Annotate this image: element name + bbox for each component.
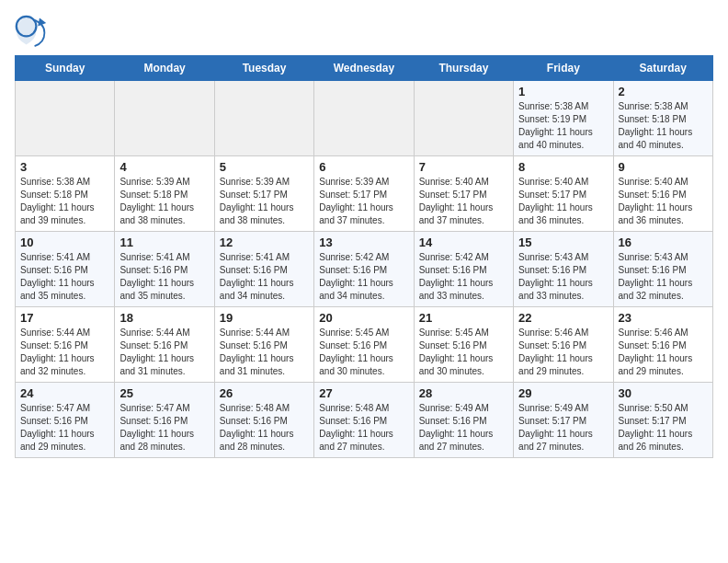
calendar-cell [314,81,414,156]
logo [15,15,53,48]
day-number: 12 [220,236,309,249]
day-number: 5 [220,160,309,174]
day-info: Sunrise: 5:44 AMSunset: 5:16 PMDaylight:… [119,327,209,378]
calendar-cell: 30Sunrise: 5:50 AMSunset: 5:17 PMDayligh… [613,383,712,458]
week-row-1: 3Sunrise: 5:38 AMSunset: 5:18 PMDaylight… [16,156,713,232]
week-row-0: 1Sunrise: 5:38 AMSunset: 5:19 PMDaylight… [16,81,713,156]
calendar-cell: 24Sunrise: 5:47 AMSunset: 5:16 PMDayligh… [16,383,115,458]
day-info: Sunrise: 5:38 AMSunset: 5:19 PMDaylight:… [518,100,608,152]
day-info: Sunrise: 5:47 AMSunset: 5:16 PMDaylight:… [119,402,209,454]
calendar-cell: 25Sunrise: 5:47 AMSunset: 5:16 PMDayligh… [115,383,214,458]
day-number: 16 [619,236,708,249]
calendar-cell: 13Sunrise: 5:42 AMSunset: 5:16 PMDayligh… [314,232,414,307]
calendar-cell [214,81,313,156]
calendar-cell: 26Sunrise: 5:48 AMSunset: 5:16 PMDayligh… [214,383,313,458]
calendar-table: SundayMondayTuesdayWednesdayThursdayFrid… [15,55,713,458]
day-number: 29 [518,386,608,400]
day-info: Sunrise: 5:41 AMSunset: 5:16 PMDaylight:… [220,251,309,303]
day-number: 1 [518,85,608,98]
day-info: Sunrise: 5:48 AMSunset: 5:16 PMDaylight:… [220,402,309,454]
day-info: Sunrise: 5:44 AMSunset: 5:16 PMDaylight:… [220,327,309,378]
day-number: 18 [119,311,209,325]
day-info: Sunrise: 5:44 AMSunset: 5:16 PMDaylight:… [20,327,109,378]
day-info: Sunrise: 5:39 AMSunset: 5:17 PMDaylight:… [220,176,309,227]
day-number: 23 [619,311,708,325]
day-info: Sunrise: 5:42 AMSunset: 5:16 PMDaylight:… [419,251,508,303]
day-number: 20 [319,311,408,325]
calendar-cell [115,81,214,156]
calendar-cell: 21Sunrise: 5:45 AMSunset: 5:16 PMDayligh… [414,307,513,383]
week-row-2: 10Sunrise: 5:41 AMSunset: 5:16 PMDayligh… [16,232,713,307]
day-info: Sunrise: 5:41 AMSunset: 5:16 PMDaylight:… [20,251,109,303]
calendar-cell: 14Sunrise: 5:42 AMSunset: 5:16 PMDayligh… [414,232,513,307]
day-number: 9 [619,160,708,174]
week-row-4: 24Sunrise: 5:47 AMSunset: 5:16 PMDayligh… [16,383,713,458]
day-number: 25 [119,386,209,400]
day-number: 11 [119,236,209,249]
day-number: 2 [619,85,708,98]
day-number: 13 [319,236,408,249]
day-number: 28 [419,386,508,400]
day-info: Sunrise: 5:40 AMSunset: 5:17 PMDaylight:… [518,176,608,227]
calendar-cell: 2Sunrise: 5:38 AMSunset: 5:18 PMDaylight… [613,81,712,156]
day-info: Sunrise: 5:38 AMSunset: 5:18 PMDaylight:… [619,100,708,152]
calendar-cell: 11Sunrise: 5:41 AMSunset: 5:16 PMDayligh… [115,232,214,307]
calendar-cell: 3Sunrise: 5:38 AMSunset: 5:18 PMDaylight… [16,156,115,232]
day-number: 22 [518,311,608,325]
day-number: 24 [20,386,109,400]
day-number: 4 [119,160,209,174]
day-info: Sunrise: 5:42 AMSunset: 5:16 PMDaylight:… [319,251,408,303]
day-number: 30 [619,386,708,400]
calendar-cell: 27Sunrise: 5:48 AMSunset: 5:16 PMDayligh… [314,383,414,458]
calendar-cell: 23Sunrise: 5:46 AMSunset: 5:16 PMDayligh… [613,307,712,383]
week-row-3: 17Sunrise: 5:44 AMSunset: 5:16 PMDayligh… [16,307,713,383]
day-info: Sunrise: 5:39 AMSunset: 5:17 PMDaylight:… [319,176,408,227]
day-info: Sunrise: 5:45 AMSunset: 5:16 PMDaylight:… [319,327,408,378]
day-info: Sunrise: 5:48 AMSunset: 5:16 PMDaylight:… [319,402,408,454]
calendar-cell: 5Sunrise: 5:39 AMSunset: 5:17 PMDaylight… [214,156,313,232]
col-header-sunday: Sunday [16,56,115,81]
day-number: 27 [319,386,408,400]
calendar-cell: 8Sunrise: 5:40 AMSunset: 5:17 PMDaylight… [514,156,613,232]
day-info: Sunrise: 5:43 AMSunset: 5:16 PMDaylight:… [518,251,608,303]
day-info: Sunrise: 5:49 AMSunset: 5:17 PMDaylight:… [518,402,608,454]
day-number: 10 [20,236,109,249]
col-header-wednesday: Wednesday [314,56,414,81]
col-header-monday: Monday [115,56,214,81]
day-info: Sunrise: 5:47 AMSunset: 5:16 PMDaylight:… [20,402,109,454]
day-number: 7 [419,160,508,174]
day-info: Sunrise: 5:43 AMSunset: 5:16 PMDaylight:… [619,251,708,303]
calendar-cell: 20Sunrise: 5:45 AMSunset: 5:16 PMDayligh… [314,307,414,383]
col-header-saturday: Saturday [613,56,712,81]
day-info: Sunrise: 5:46 AMSunset: 5:16 PMDaylight:… [619,327,708,378]
calendar-cell: 6Sunrise: 5:39 AMSunset: 5:17 PMDaylight… [314,156,414,232]
day-number: 19 [220,311,309,325]
day-number: 8 [518,160,608,174]
day-info: Sunrise: 5:41 AMSunset: 5:16 PMDaylight:… [119,251,209,303]
col-header-thursday: Thursday [414,56,513,81]
day-number: 15 [518,236,608,249]
calendar-cell: 12Sunrise: 5:41 AMSunset: 5:16 PMDayligh… [214,232,313,307]
day-info: Sunrise: 5:46 AMSunset: 5:16 PMDaylight:… [518,327,608,378]
calendar-cell: 4Sunrise: 5:39 AMSunset: 5:18 PMDaylight… [115,156,214,232]
calendar-cell: 18Sunrise: 5:44 AMSunset: 5:16 PMDayligh… [115,307,214,383]
day-info: Sunrise: 5:45 AMSunset: 5:16 PMDaylight:… [419,327,508,378]
calendar-cell: 19Sunrise: 5:44 AMSunset: 5:16 PMDayligh… [214,307,313,383]
day-info: Sunrise: 5:49 AMSunset: 5:16 PMDaylight:… [419,402,508,454]
day-info: Sunrise: 5:40 AMSunset: 5:17 PMDaylight:… [419,176,508,227]
calendar-cell: 17Sunrise: 5:44 AMSunset: 5:16 PMDayligh… [16,307,115,383]
day-info: Sunrise: 5:50 AMSunset: 5:17 PMDaylight:… [619,402,708,454]
calendar-cell: 1Sunrise: 5:38 AMSunset: 5:19 PMDaylight… [514,81,613,156]
calendar-cell [414,81,513,156]
col-header-friday: Friday [514,56,613,81]
day-number: 26 [220,386,309,400]
day-info: Sunrise: 5:40 AMSunset: 5:16 PMDaylight:… [619,176,708,227]
calendar-cell: 22Sunrise: 5:46 AMSunset: 5:16 PMDayligh… [514,307,613,383]
day-number: 6 [319,160,408,174]
calendar-cell: 16Sunrise: 5:43 AMSunset: 5:16 PMDayligh… [613,232,712,307]
calendar-cell: 15Sunrise: 5:43 AMSunset: 5:16 PMDayligh… [514,232,613,307]
day-number: 3 [20,160,109,174]
logo-icon [15,15,48,48]
col-header-tuesday: Tuesday [214,56,313,81]
day-number: 17 [20,311,109,325]
